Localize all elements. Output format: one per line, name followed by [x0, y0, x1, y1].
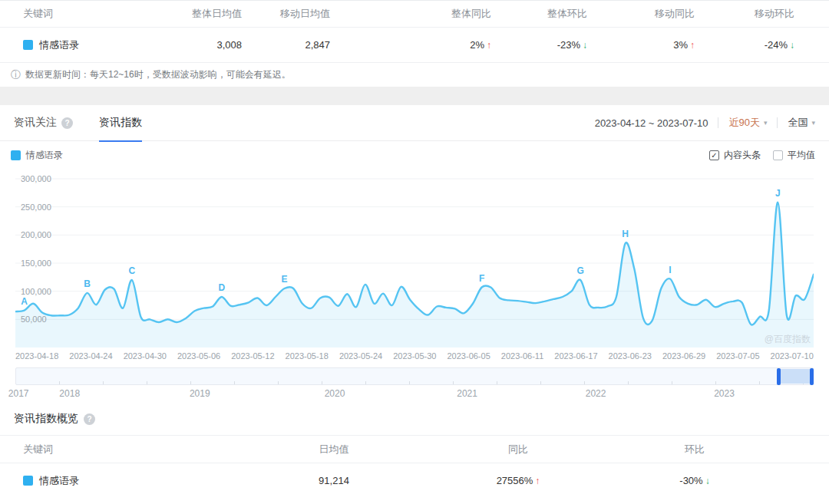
timeline-track[interactable]: [15, 367, 814, 385]
x-axis-tick-label: 2023-06-17: [554, 351, 597, 361]
down-arrow-icon: ↓: [790, 40, 794, 51]
toolbar-divider: [777, 117, 778, 128]
timeline-handle-right[interactable]: [810, 368, 814, 385]
chevron-down-icon: ▾: [811, 119, 815, 127]
trend-plot: [15, 170, 814, 348]
yoy-value: 27556%↑: [461, 475, 576, 486]
x-axis-tick-label: 2023-05-06: [177, 351, 220, 361]
x-axis-tick-label: 2023-06-23: [609, 351, 652, 361]
note-text: 数据更新时间：每天12~16时，受数据波动影响，可能会有延迟。: [25, 68, 291, 81]
watermark: @百度指数: [765, 333, 811, 346]
checkbox-content-headline[interactable]: ✓ 内容头条: [709, 149, 761, 162]
timeline-brush: 2017201820192020202120222023: [15, 367, 814, 402]
x-axis-tick-label: 2023-04-30: [124, 351, 167, 361]
series-legend: 情感语录: [11, 149, 63, 162]
x-axis-tick-label: 2023-05-30: [393, 351, 436, 361]
timeline-years: 2017201820192020202120222023: [15, 387, 814, 402]
year-label-2023: 2023: [714, 388, 735, 399]
index-overview-section: 资讯指数概览 ? 关键词 日均值 同比 环比 情感语录 91,214 27556…: [0, 412, 829, 498]
checkbox-unchecked-icon[interactable]: [773, 150, 783, 160]
x-axis-tick-label: 2023-04-24: [69, 351, 112, 361]
col-header-yoy: 同比: [461, 443, 576, 456]
mom-value: -30%↓: [576, 475, 814, 486]
table-row: 情感语录 3,008 2,847 2%↑ -23%↓ 3%↑ -24%↓: [0, 28, 829, 63]
col-header-keyword: 关键词: [0, 443, 207, 456]
col-header-mom: 环比: [576, 443, 814, 456]
chevron-down-icon: ▾: [764, 119, 768, 127]
col-header-keyword: 关键词: [23, 7, 138, 21]
mobile-daily-value: 2,847: [242, 39, 330, 51]
x-axis-tick-label: 2023-05-12: [231, 351, 274, 361]
mobile-mom-value: -24%↓: [695, 39, 794, 51]
up-arrow-icon: ↑: [535, 476, 540, 486]
legend-label: 情感语录: [26, 149, 63, 162]
year-label-2022: 2022: [586, 388, 606, 399]
overall-mom-value: -23%↓: [491, 39, 587, 51]
year-label-2020: 2020: [325, 388, 345, 399]
timeline-selection[interactable]: [780, 369, 811, 384]
keyword-color-swatch: [23, 476, 33, 486]
col-header-mobile-daily: 移动日均值: [242, 7, 330, 21]
news-index-card: 资讯关注 ? 资讯指数 2023-04-12 ~ 2023-07-10 近90天…: [0, 105, 829, 498]
col-header-mobile-mom: 移动环比: [695, 7, 794, 21]
mobile-yoy-value: 3%↑: [587, 39, 695, 51]
keyword-label: 情感语录: [39, 474, 79, 488]
col-header-overall-daily: 整体日均值: [138, 7, 242, 21]
overall-daily-value: 3,008: [138, 39, 242, 51]
overview-table-header: 关键词 日均值 同比 环比: [0, 435, 829, 463]
date-range-label: 2023-04-12 ~ 2023-07-10: [595, 117, 708, 129]
x-axis-tick-label: 2023-05-24: [339, 351, 382, 361]
timeline-ticks: [16, 381, 813, 384]
tab-news-index[interactable]: 资讯指数: [99, 105, 142, 141]
data-update-note: ⓘ 数据更新时间：每天12~16时，受数据波动影响，可能会有延迟。: [0, 63, 829, 87]
x-axis-tick-label: 2023-06-11: [501, 351, 543, 361]
col-header-overall-mom: 整体环比: [491, 7, 587, 21]
chart-toolbar: 2023-04-12 ~ 2023-07-10 近90天 ▾ 全国 ▾: [595, 116, 815, 130]
section-divider: [0, 87, 829, 105]
x-axis-labels: 2023-04-182023-04-242023-04-302023-05-06…: [15, 351, 814, 361]
tab-news-attention[interactable]: 资讯关注 ?: [14, 105, 73, 141]
year-label-2018: 2018: [59, 388, 80, 399]
legend-color-swatch: [11, 150, 21, 160]
x-axis-tick-label: 2023-07-10: [771, 351, 814, 361]
summary-table-header: 关键词 整体日均值 移动日均值 整体同比 整体环比 移动同比 移动环比: [0, 1, 829, 28]
x-axis-tick-label: 2023-04-18: [15, 351, 58, 361]
down-arrow-icon: ↓: [705, 476, 710, 486]
checkbox-checked-icon[interactable]: ✓: [709, 150, 719, 160]
col-header-daily-avg: 日均值: [207, 443, 461, 456]
info-icon: ⓘ: [11, 68, 21, 82]
toolbar-divider: [718, 117, 718, 128]
period-select[interactable]: 近90天 ▾: [728, 116, 767, 130]
year-label-2021: 2021: [457, 388, 477, 399]
timeline-handle-left[interactable]: [777, 368, 781, 385]
checkbox-average[interactable]: 平均值: [773, 149, 815, 162]
daily-avg-value: 91,214: [207, 475, 461, 486]
col-header-overall-yoy: 整体同比: [330, 7, 491, 21]
overview-title: 资讯指数概览 ?: [0, 412, 829, 426]
overall-yoy-value: 2%↑: [330, 39, 491, 51]
year-label-2017: 2017: [8, 388, 29, 399]
keyword-cell[interactable]: 情感语录: [23, 38, 138, 52]
legend-row: 情感语录 ✓ 内容头条 平均值: [0, 141, 829, 170]
x-axis-tick-label: 2023-05-18: [286, 351, 329, 361]
x-axis-tick-label: 2023-06-29: [662, 351, 705, 361]
keyword-color-swatch: [23, 40, 33, 50]
help-icon[interactable]: ?: [61, 117, 73, 129]
baidu-index-page: 关键词 整体日均值 移动日均值 整体同比 整体环比 移动同比 移动环比 情感语录…: [0, 0, 829, 504]
region-select[interactable]: 全国 ▾: [788, 116, 815, 130]
help-icon[interactable]: ?: [84, 413, 95, 425]
keyword-label: 情感语录: [39, 38, 79, 52]
keyword-cell[interactable]: 情感语录: [0, 474, 207, 488]
keyword-summary-card: 关键词 整体日均值 移动日均值 整体同比 整体环比 移动同比 移动环比 情感语录…: [0, 0, 829, 87]
year-label-2019: 2019: [190, 388, 210, 399]
tabs-row: 资讯关注 ? 资讯指数 2023-04-12 ~ 2023-07-10 近90天…: [0, 105, 829, 141]
table-row: 情感语录 91,214 27556%↑ -30%↓: [0, 463, 829, 498]
trend-chart[interactable]: 50,000100,000150,000200,000250,000300,00…: [15, 170, 814, 348]
display-options: ✓ 内容头条 平均值: [709, 149, 815, 162]
series-area-fill: [15, 203, 814, 348]
col-header-mobile-yoy: 移动同比: [587, 7, 695, 21]
x-axis-tick-label: 2023-06-05: [448, 351, 490, 361]
x-axis-tick-label: 2023-07-05: [716, 351, 759, 361]
